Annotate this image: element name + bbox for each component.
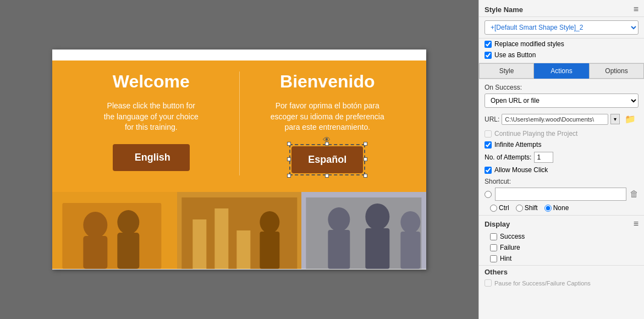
handle-top-right [364, 142, 367, 146]
photo-right [301, 192, 426, 269]
replace-modified-label: Replace modified styles [494, 40, 564, 48]
url-label: URL: [485, 116, 499, 123]
replace-modified-checkbox[interactable] [485, 41, 492, 48]
allow-mouse-checkbox[interactable] [485, 167, 492, 174]
shortcut-section: Shortcut: 🗑 Ctrl Shift None [479, 175, 644, 215]
url-dropdown-button[interactable]: ▾ [610, 114, 620, 124]
divider [239, 72, 240, 175]
pause-checkbox [485, 279, 492, 287]
open-url-row: Open URL or file [485, 94, 639, 108]
photo-left [52, 192, 177, 269]
allow-mouse-row: Allow Mouse Click [479, 164, 644, 175]
welcome-body: Please click the button for the language… [69, 101, 234, 133]
tab-options[interactable]: Options [589, 63, 644, 79]
slide-left-panel: Welcome Please click the button for the … [69, 72, 234, 175]
bienvenido-title: Bienvenido [245, 72, 410, 92]
use-as-button-label: Use as Button [494, 51, 536, 59]
hint-label: Hint [500, 255, 511, 262]
slide: Welcome Please click the button for the … [52, 50, 426, 270]
slide-content: Welcome Please click the button for the … [52, 61, 426, 192]
others-section: Others Pause for Success/Failure Caption… [479, 265, 644, 290]
attempts-input[interactable] [534, 152, 553, 163]
infinite-attempts-checkbox[interactable] [485, 141, 492, 148]
display-section-header: Display ≡ [479, 215, 644, 230]
ctrl-radio-item: Ctrl [490, 204, 509, 212]
on-success-section: On Success: Open URL or file [479, 81, 644, 110]
others-title: Others [485, 268, 639, 276]
style-name-row: +[Default Smart Shape Style]_2 [479, 17, 644, 38]
panel-title: Style Name [485, 6, 523, 14]
display-menu-icon[interactable]: ≡ [634, 219, 639, 229]
handle-top-left [287, 142, 291, 146]
shortcut-label: Shortcut: [485, 178, 639, 185]
display-title: Display [485, 220, 510, 228]
use-as-button-checkbox[interactable] [485, 52, 492, 59]
panel-header: Style Name ≡ [479, 0, 644, 17]
hint-row: Hint [485, 253, 639, 264]
url-input[interactable] [502, 114, 608, 125]
shift-radio-item: Shift [516, 204, 538, 212]
shortcut-modifier-group: Ctrl Shift None [485, 203, 639, 213]
none-radio[interactable] [544, 205, 552, 212]
pause-label: Pause for Success/Failure Captions [494, 280, 591, 287]
panel-menu-icon[interactable]: ≡ [634, 4, 639, 14]
infinite-attempts-label: Infinite Attempts [494, 141, 541, 148]
failure-checkbox[interactable] [490, 244, 497, 251]
attempts-row: No. of Attempts: [479, 150, 644, 164]
replace-modified-row: Replace modified styles [479, 38, 644, 50]
success-label: Success [500, 233, 525, 240]
continue-playing-label: Continue Playing the Project [494, 130, 577, 138]
failure-row: Failure [485, 242, 639, 253]
on-success-dropdown[interactable]: Open URL or file [485, 94, 639, 108]
handle-mid-left [287, 157, 291, 161]
welcome-title: Welcome [69, 72, 234, 92]
photo-center [177, 192, 302, 269]
ctrl-label: Ctrl [499, 204, 509, 212]
style-name-dropdown[interactable]: +[Default Smart Shape Style]_2 [485, 20, 639, 35]
on-success-label: On Success: [485, 84, 639, 91]
url-row: URL: ▾ 📁 [479, 110, 644, 128]
tab-actions[interactable]: Actions [534, 63, 589, 79]
svg-rect-14 [177, 192, 302, 269]
failure-label: Failure [500, 244, 520, 251]
use-as-button-row: Use as Button [479, 50, 644, 61]
none-radio-item: None [544, 204, 569, 212]
eye-icon: 👁 [323, 135, 331, 144]
svg-rect-6 [52, 192, 177, 269]
none-label: None [553, 204, 569, 212]
canvas-area: Welcome Please click the button for the … [0, 0, 478, 319]
tab-style[interactable]: Style [479, 63, 534, 79]
photo-strip [52, 192, 426, 269]
shortcut-row: 🗑 [485, 188, 639, 201]
english-button[interactable]: English [113, 144, 190, 171]
handle-bot-left [287, 174, 291, 178]
success-row: Success [485, 231, 639, 242]
tabs-row: Style Actions Options [479, 63, 644, 79]
attempts-label: No. of Attempts: [485, 153, 531, 161]
bienvenido-body: Por favor oprima el botón para escoger s… [245, 101, 410, 133]
allow-mouse-label: Allow Mouse Click [494, 166, 548, 174]
shortcut-radio-btn[interactable] [485, 191, 492, 198]
espanol-button-wrapper: 👁 Español [245, 144, 410, 175]
display-checkboxes: Success Failure Hint [479, 230, 644, 265]
infinite-attempts-row: Infinite Attempts [479, 139, 644, 150]
handle-mid-right [364, 157, 367, 161]
right-panel: Style Name ≡ +[Default Smart Shape Style… [478, 0, 644, 319]
handle-bot-right [364, 174, 367, 178]
shift-radio[interactable] [516, 205, 523, 212]
shortcut-input[interactable] [495, 188, 626, 201]
shift-label: Shift [525, 204, 538, 212]
hint-checkbox[interactable] [490, 255, 497, 262]
espanol-button[interactable]: Español [291, 146, 363, 173]
continue-playing-checkbox [485, 130, 492, 138]
svg-rect-23 [301, 192, 426, 269]
espanol-selection-box: 👁 Español [289, 144, 365, 175]
folder-icon-button[interactable]: 📁 [622, 112, 639, 126]
pause-row: Pause for Success/Failure Captions [485, 278, 639, 288]
slide-right-panel: Bienvenido Por favor oprima el botón par… [245, 72, 410, 175]
success-checkbox[interactable] [490, 233, 497, 240]
handle-bot-mid [325, 174, 329, 178]
shortcut-delete-button[interactable]: 🗑 [630, 189, 639, 199]
ctrl-radio[interactable] [490, 205, 497, 212]
continue-playing-row: Continue Playing the Project [479, 128, 644, 139]
